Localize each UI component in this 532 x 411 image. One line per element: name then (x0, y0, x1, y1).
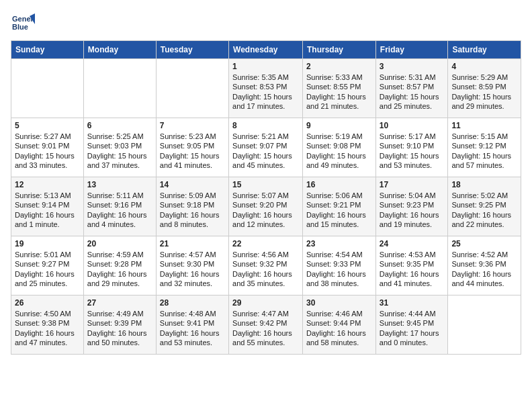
cell-info-line: Sunset: 9:05 PM (160, 141, 225, 150)
cell-info-line: Daylight: 15 hours (306, 151, 372, 161)
cell-info-line: Daylight: 16 hours (451, 269, 517, 279)
cell-info-line: Daylight: 15 hours (160, 151, 225, 161)
day-number: 13 (87, 180, 152, 189)
cell-info-line: Sunrise: 5:11 AM (87, 191, 152, 200)
cell-info-line: Sunrise: 4:44 AM (380, 309, 445, 318)
cell-info-line: Daylight: 15 hours (451, 151, 517, 161)
calendar-cell: 24Sunrise: 4:53 AMSunset: 9:35 PMDayligh… (375, 236, 448, 295)
cell-info-line: Daylight: 15 hours (15, 151, 80, 161)
cell-info-line: Sunset: 9:03 PM (87, 141, 152, 150)
cell-info-line: Sunrise: 5:09 AM (160, 191, 225, 200)
cell-info-line: Sunrise: 5:35 AM (232, 73, 299, 82)
header-row: SundayMondayTuesdayWednesdayThursdayFrid… (11, 41, 521, 59)
cell-info-line: Daylight: 16 hours (15, 269, 80, 279)
header-cell-thursday: Thursday (303, 41, 376, 59)
cell-info-line: Sunset: 9:07 PM (232, 141, 299, 150)
calendar-cell (83, 59, 156, 118)
day-number: 8 (232, 121, 299, 130)
calendar-cell: 14Sunrise: 5:09 AMSunset: 9:18 PMDayligh… (156, 177, 228, 236)
calendar-cell: 27Sunrise: 4:49 AMSunset: 9:39 PMDayligh… (83, 295, 156, 355)
calendar-cell: 15Sunrise: 5:07 AMSunset: 9:20 PMDayligh… (229, 177, 303, 236)
calendar-cell (448, 295, 521, 355)
cell-info-line: and 25 minutes. (15, 279, 80, 288)
cell-info-line: Sunset: 9:18 PM (160, 200, 225, 210)
cell-info-line: Sunrise: 4:57 AM (160, 250, 225, 259)
day-number: 9 (306, 121, 372, 130)
day-number: 18 (451, 180, 517, 189)
cell-info-line: and 4 minutes. (87, 220, 152, 229)
cell-info-line: Daylight: 15 hours (232, 151, 299, 161)
day-number: 19 (15, 239, 80, 248)
cell-info-line: Sunrise: 4:59 AM (87, 250, 152, 259)
cell-info-line: Sunset: 9:10 PM (380, 141, 445, 150)
header-cell-friday: Friday (375, 41, 448, 59)
cell-info-line: Sunset: 9:42 PM (232, 318, 299, 328)
day-number: 7 (160, 121, 225, 130)
cell-info-line: Sunrise: 5:21 AM (232, 132, 299, 141)
calendar-cell: 9Sunrise: 5:19 AMSunset: 9:08 PMDaylight… (303, 118, 376, 177)
calendar-cell: 16Sunrise: 5:06 AMSunset: 9:21 PMDayligh… (303, 177, 376, 236)
cell-info-line: Daylight: 16 hours (87, 210, 152, 220)
cell-info-line: and 41 minutes. (160, 161, 225, 170)
calendar-cell: 11Sunrise: 5:15 AMSunset: 9:12 PMDayligh… (448, 118, 521, 177)
cell-info-line: Sunset: 9:08 PM (306, 141, 372, 150)
cell-info-line: Sunrise: 5:31 AM (380, 73, 445, 82)
calendar-cell: 12Sunrise: 5:13 AMSunset: 9:14 PMDayligh… (11, 177, 84, 236)
calendar-cell: 20Sunrise: 4:59 AMSunset: 9:28 PMDayligh… (83, 236, 156, 295)
cell-info-line: Sunrise: 4:54 AM (306, 250, 372, 259)
calendar-cell: 22Sunrise: 4:56 AMSunset: 9:32 PMDayligh… (229, 236, 303, 295)
cell-info-line: and 38 minutes. (306, 279, 372, 288)
header-cell-monday: Monday (83, 41, 156, 59)
cell-info-line: Daylight: 16 hours (15, 210, 80, 220)
day-number: 30 (306, 298, 372, 308)
day-number: 29 (232, 298, 299, 308)
cell-info-line: Sunset: 8:55 PM (306, 82, 372, 91)
cell-info-line: Sunset: 9:12 PM (451, 141, 517, 150)
cell-info-line: Daylight: 16 hours (15, 328, 80, 338)
cell-info-line: Sunrise: 5:13 AM (15, 191, 80, 200)
calendar-cell: 4Sunrise: 5:29 AMSunset: 8:59 PMDaylight… (448, 59, 521, 118)
cell-info-line: Sunset: 9:32 PM (232, 259, 299, 269)
cell-info-line: and 17 minutes. (232, 101, 299, 111)
svg-text:Blue: Blue (12, 23, 28, 31)
cell-info-line: Daylight: 15 hours (451, 92, 517, 101)
cell-info-line: and 29 minutes. (87, 279, 152, 288)
cell-info-line: and 53 minutes. (380, 161, 445, 170)
cell-info-line: Sunset: 9:16 PM (87, 200, 152, 210)
day-number: 23 (306, 239, 372, 248)
cell-info-line: Sunrise: 4:46 AM (306, 309, 372, 318)
day-number: 22 (232, 239, 299, 248)
calendar-cell: 31Sunrise: 4:44 AMSunset: 9:45 PMDayligh… (375, 295, 448, 355)
cell-info-line: Daylight: 16 hours (306, 269, 372, 279)
calendar-cell: 25Sunrise: 4:52 AMSunset: 9:36 PMDayligh… (448, 236, 521, 295)
cell-info-line: Daylight: 16 hours (306, 210, 372, 220)
cell-info-line: Sunset: 9:45 PM (380, 318, 445, 328)
cell-info-line: and 29 minutes. (451, 101, 517, 111)
day-number: 20 (87, 239, 152, 248)
cell-info-line: Daylight: 16 hours (232, 328, 299, 338)
calendar-cell: 3Sunrise: 5:31 AMSunset: 8:57 PMDaylight… (375, 59, 448, 118)
day-number: 14 (160, 180, 225, 189)
cell-info-line: and 45 minutes. (232, 161, 299, 170)
cell-info-line: Sunset: 9:39 PM (87, 318, 152, 328)
cell-info-line: and 19 minutes. (380, 220, 445, 229)
day-number: 27 (87, 298, 152, 308)
cell-info-line: and 15 minutes. (306, 220, 372, 229)
header-cell-wednesday: Wednesday (229, 41, 303, 59)
cell-info-line: Sunrise: 5:17 AM (380, 132, 445, 141)
day-number: 2 (306, 62, 372, 71)
cell-info-line: and 0 minutes. (380, 338, 445, 347)
cell-info-line: Daylight: 16 hours (87, 328, 152, 338)
cell-info-line: Sunset: 9:21 PM (306, 200, 372, 210)
cell-info-line: Sunrise: 4:56 AM (232, 250, 299, 259)
cell-info-line: Daylight: 16 hours (306, 328, 372, 338)
cell-info-line: and 32 minutes. (160, 279, 225, 288)
cell-info-line: and 49 minutes. (306, 161, 372, 170)
header-cell-tuesday: Tuesday (156, 41, 228, 59)
cell-info-line: Daylight: 15 hours (380, 151, 445, 161)
day-number: 25 (451, 239, 517, 248)
cell-info-line: Sunrise: 4:50 AM (15, 309, 80, 318)
cell-info-line: Sunset: 8:53 PM (232, 82, 299, 91)
cell-info-line: Sunset: 9:35 PM (380, 259, 445, 269)
calendar-cell: 21Sunrise: 4:57 AMSunset: 9:30 PMDayligh… (156, 236, 228, 295)
